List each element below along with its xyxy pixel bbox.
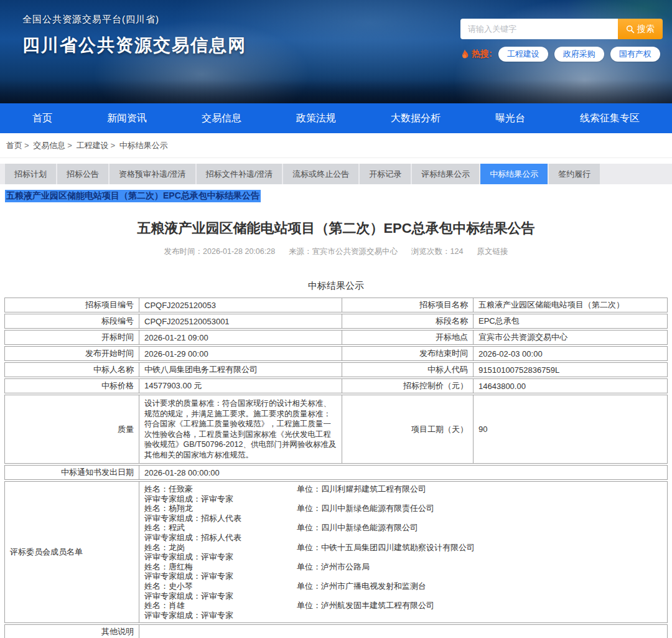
flame-icon [460,49,469,60]
breadcrumb-engineering[interactable]: 工程建设 [76,141,108,150]
original-link[interactable]: 原文链接 [477,246,508,257]
expert-entry: 姓名：龙岗 单位：中铁十五局集团四川建筑勘察设计有限公司 评审专家组成：评审专家 [144,543,662,562]
row-label: 开标时间 [5,331,139,344]
tab-contract-performance[interactable]: 签约履行 [549,164,600,184]
expert-unit: 单位：四川利耀邦建筑工程有限公司 [297,484,662,494]
tab-document-clarification[interactable]: 招标文件补遗/澄清 [197,164,282,184]
main-nav: 首页 新闻资讯 交易信息 政策法规 大数据分析 曝光台 线索征集专区 [0,103,672,133]
nav-item-clue-collection[interactable]: 线索征集专区 [580,112,640,125]
nav-item-big-data[interactable]: 大数据分析 [391,112,441,125]
search-input[interactable] [460,19,618,39]
nav-item-exposure[interactable]: 曝光台 [495,112,525,125]
hot-search-row: 热搜: 工程建设 政府采购 国有产权 [460,47,663,62]
tab-opening-record[interactable]: 开标记录 [360,164,411,184]
table-row-opening-time: 开标时间 2026-01-21 09:00 开标地点 宜宾市公共资源交易中心 [4,330,668,345]
table-row-price: 中标价格 14577903.00 元 招标控制价（元） 14643800.00 [4,378,668,393]
breadcrumb-trade-info[interactable]: 交易信息 [33,141,65,150]
nav-item-policy[interactable]: 政策法规 [296,112,336,125]
table-row-winner: 中标人名称 中铁八局集团电务工程有限公司 中标人代码 9151010075283… [4,362,668,377]
expert-entry: 姓名：杨翔龙 单位：四川中新绿色能源有限责任公司 评审专家组成：招标人代表 [144,504,662,523]
tab-prequalification-clarification[interactable]: 资格预审补遗/澄清 [110,164,195,184]
tab-evaluation-result[interactable]: 评标结果公示 [412,164,479,184]
expert-entry: 姓名：任致豪 单位：四川利耀邦建筑工程有限公司 评审专家组成：评审专家 [144,484,662,504]
breadcrumb-separator: > [67,141,72,150]
row-label: 中标通知书发出日期 [5,466,139,479]
row-label: 发布结束时间 [342,347,474,360]
row-value: 2026-01-21 09:00 [139,331,342,344]
header-banner: 全国公共资源交易平台(四川省) 四川省公共资源交易信息网 搜索 热搜: 工程建设… [0,0,672,103]
tab-winning-result[interactable]: 中标结果公示 [480,164,548,184]
row-value: CPQFJ2025120053 [139,298,342,312]
breadcrumb-separator: > [24,141,29,150]
breadcrumb: 首页> 交易信息> 工程建设> 中标结果公示 [0,133,672,158]
row-value: 中铁八局集团电务工程有限公司 [139,363,342,377]
source: 来源：宜宾市公共资源交易中心 [289,246,398,257]
row-label: 中标人代码 [342,363,474,377]
hot-search-label: 热搜: [460,49,492,60]
expert-entry: 姓名：肖雄 单位：泸州航发固丰建筑工程有限公司 评审专家组成：评审专家 [144,601,662,620]
table-row-project-number: 招标项目编号 CPQFJ2025120053 招标项目名称 五粮液产业园区储能电… [4,298,668,312]
expert-name: 姓名：史小琴 [144,581,297,591]
row-value: 91510100752836759L [474,363,667,377]
search-icon [626,25,635,34]
row-label: 发布开始时间 [5,347,139,360]
expert-name: 姓名：龙岗 [144,543,297,553]
section-title: 中标结果公示 [0,280,672,292]
row-value [139,625,667,638]
nav-item-trade-info[interactable]: 交易信息 [202,112,241,125]
tab-failed-or-terminated[interactable]: 流标或终止公告 [283,164,358,184]
hot-tag-engineering[interactable]: 工程建设 [498,47,548,62]
row-value: 五粮液产业园区储能电站项目（第二次） [474,298,667,312]
row-value: 90 [474,395,667,463]
row-label: 开标地点 [342,331,474,344]
row-label: 评标委员会成员名单 [5,482,139,622]
search-button[interactable]: 搜索 [618,19,663,39]
breadcrumb-separator: > [110,141,115,150]
expert-unit: 单位：泸州市公路局 [297,562,662,572]
table-row-committee: 评标委员会成员名单 姓名：任致豪 单位：四川利耀邦建筑工程有限公司 评审专家组成… [4,481,668,623]
tab-bid-plan[interactable]: 招标计划 [5,164,56,184]
expert-group: 评审专家组成：招标人代表 [144,514,662,523]
expert-group: 评审专家组成：评审专家 [144,611,662,621]
expert-name: 姓名：唐红梅 [144,562,297,572]
row-label: 中标人名称 [5,363,139,377]
expert-entry: 姓名：程武 单位：四川中新绿色能源有限公司 评审专家组成：招标人代表 [144,523,662,542]
article-meta: 发布时间：2026-01-28 20:06:28 来源：宜宾市公共资源交易中心 … [0,246,672,257]
row-value: 14577903.00 元 [139,379,342,393]
expert-name: 姓名：肖雄 [144,601,297,611]
view-count: 浏览次数：124 [411,246,463,257]
hot-tag-state-assets[interactable]: 国有产权 [610,47,660,62]
expert-group: 评审专家组成：评审专家 [144,591,662,601]
tab-bid-announcement[interactable]: 招标公告 [57,164,108,184]
table-row-other-notes: 其他说明 [4,624,668,638]
expert-entry: 姓名：史小琴 单位：泸州市广播电视发射和监测台 评审专家组成：评审专家 [144,581,662,601]
expert-unit: 单位：泸州航发固丰建筑工程有限公司 [297,601,662,611]
nav-item-home[interactable]: 首页 [32,112,52,125]
row-value: 2026-01-29 00:00 [139,347,342,360]
expert-group: 评审专家组成：评审专家 [144,494,662,504]
page-title: 五粮液产业园区储能电站项目（第二次）EPC总承包中标结果公告 [0,219,672,238]
publish-time: 发布时间：2026-01-28 20:06:28 [164,246,276,257]
quality-standard-text: 设计要求的质量标准：符合国家现行的设计相关标准、规范的规定，并满足施工要求。施工… [139,395,342,463]
table-row-quality: 质量 设计要求的质量标准：符合国家现行的设计相关标准、规范的规定，并满足施工要求… [4,395,668,464]
expert-unit: 单位：中铁十五局集团四川建筑勘察设计有限公司 [297,543,662,553]
expert-name: 姓名：程武 [144,523,297,533]
row-value: 2026-02-03 00:00 [474,347,667,360]
expert-group: 评审专家组成：评审专家 [144,571,662,581]
table-row-section-number: 标段编号 CPQFJ2025120053001 标段名称 EPC总承包 [4,314,668,329]
row-label: 招标项目名称 [342,298,474,312]
row-value: 14643800.00 [474,379,667,393]
expert-entry: 姓名：唐红梅 单位：泸州市公路局 评审专家组成：评审专家 [144,562,662,581]
announcement-link-highlighted[interactable]: 五粮液产业园区储能电站项目（第二次）EPC总承包中标结果公告 [5,190,261,202]
breadcrumb-home[interactable]: 首页 [6,141,22,150]
site-title: 四川省公共资源交易信息网 [22,34,246,57]
row-label: 项目工期（天） [342,395,474,463]
expert-name: 姓名：任致豪 [144,484,297,494]
row-label: 其他说明 [5,625,139,638]
nav-item-news[interactable]: 新闻资讯 [107,112,147,125]
row-label: 质量 [5,395,139,463]
expert-name: 姓名：杨翔龙 [144,504,297,514]
row-label: 招标项目编号 [5,298,139,312]
row-value: EPC总承包 [474,314,667,328]
hot-tag-procurement[interactable]: 政府采购 [554,47,604,62]
